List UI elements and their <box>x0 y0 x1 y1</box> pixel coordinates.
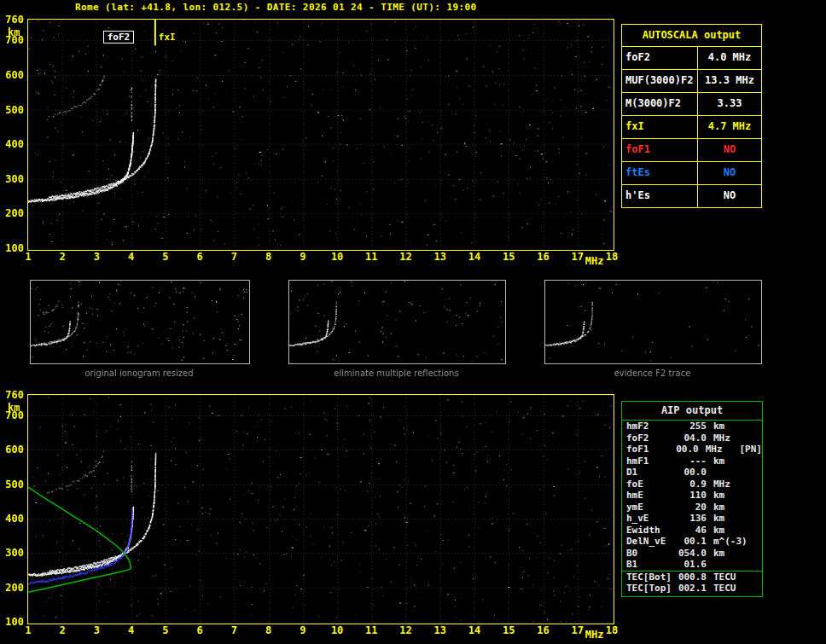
aip-param-cell: D1 <box>622 467 678 479</box>
autoscala-table-row: MUF(3000)F213.3 MHz <box>622 70 761 93</box>
aip-param-cell: hmF1 <box>622 455 678 467</box>
aip-value-cell: 136 <box>678 513 707 525</box>
bottom-ionogram-canvas <box>28 395 612 622</box>
top-ionogram-panel <box>27 19 614 251</box>
bottom-ionogram-x-tick-label: 5 <box>156 625 175 636</box>
aip-param-cell: B1 <box>622 559 678 571</box>
aip-table-row: TEC[Top]002.1TECU <box>622 583 762 595</box>
thumbnail-canvas-2 <box>289 281 503 362</box>
bottom-ionogram-x-tick-label: 8 <box>259 625 278 636</box>
aip-extra-cell <box>749 467 762 479</box>
aip-unit-cell <box>707 559 749 571</box>
bottom-ionogram-x-tick-label: 6 <box>190 625 209 636</box>
bottom-ionogram-y-tick-label: 200 <box>2 583 24 594</box>
aip-extra-cell <box>749 513 762 525</box>
aip-table-row: B101.6 <box>622 559 762 571</box>
aip-table-header: AIP output <box>622 402 762 421</box>
bottom-ionogram-x-tick-label: 9 <box>294 625 312 636</box>
top-ionogram-x-tick-label: 6 <box>190 252 209 263</box>
aip-table-row: Ewidth46km <box>622 525 762 537</box>
top-ionogram-x-tick-label: 14 <box>465 252 484 263</box>
aip-unit-cell: km <box>707 502 749 513</box>
aip-value-cell: 110 <box>678 490 707 502</box>
top-ionogram-canvas <box>28 20 612 248</box>
thumbnail-canvas-1 <box>31 281 247 362</box>
aip-unit-cell: MHz <box>707 432 749 444</box>
aip-param-cell: DelN_vE <box>622 536 678 548</box>
aip-table-row: TEC[Bot]000.8TECU <box>622 571 762 583</box>
aip-unit-cell: km <box>707 525 749 537</box>
aip-value-cell: --- <box>678 455 707 467</box>
aip-table-row: B0054.0km <box>622 548 762 560</box>
top-ionogram-x-tick-label: 12 <box>397 252 416 263</box>
top-ionogram-y-tick-label: 400 <box>2 139 24 150</box>
aip-table-row: ymE20km <box>622 502 762 513</box>
top-ionogram-x-tick-label: 5 <box>156 252 175 263</box>
aip-extra-cell <box>749 536 762 548</box>
thumbnail-panel-1 <box>30 280 250 364</box>
aip-table-row: DelN_vE00.1m^(-3) <box>622 536 762 548</box>
fxI-marker-label: fxI <box>159 32 176 43</box>
top-ionogram-x-tick-label: 7 <box>224 252 243 263</box>
aip-param-cell: h_vE <box>622 513 678 525</box>
thumbnail-panel-3 <box>544 280 762 364</box>
aip-table-row: foE0.9MHz <box>622 479 762 490</box>
aip-value-cell: 00.0 <box>672 444 699 455</box>
top-ionogram-y-tick-label: 500 <box>2 105 24 116</box>
aip-unit-cell: m^(-3) <box>707 536 749 548</box>
bottom-ionogram-panel <box>27 394 614 624</box>
top-ionogram-x-axis-unit: MHz <box>585 256 604 267</box>
top-ionogram-x-tick-label: 9 <box>294 252 312 263</box>
top-ionogram-x-tick-label: 16 <box>534 252 553 263</box>
aip-value-cell: 002.1 <box>678 583 707 595</box>
aip-value-cell: 054.0 <box>678 548 707 560</box>
bottom-ionogram-x-axis-unit: MHz <box>585 629 604 641</box>
autoscala-value-cell: NO <box>698 185 761 207</box>
foF2-marker-label: foF2 <box>103 31 135 44</box>
aip-unit-cell <box>707 467 749 479</box>
autoscala-param-cell: ftEs <box>622 162 698 184</box>
aip-table-rows: hmF2255kmfoF204.0MHzfoF100.0MHz[PN]hmF1-… <box>622 421 762 595</box>
aip-unit-cell: TECU <box>707 583 749 595</box>
autoscala-value-cell: 13.3 MHz <box>698 70 761 92</box>
autoscala-value-cell: NO <box>698 162 761 184</box>
autoscala-param-cell: foF1 <box>622 139 698 161</box>
autoscala-value-cell: 3.33 <box>698 93 761 115</box>
aip-extra-cell <box>749 548 762 560</box>
bottom-ionogram-x-tick-label: 13 <box>431 625 450 636</box>
aip-extra-cell: [PN] <box>738 444 763 455</box>
autoscala-value-cell: 4.0 MHz <box>698 47 761 69</box>
thumbnail-canvas-3 <box>545 281 759 362</box>
bottom-ionogram-x-tick-label: 12 <box>397 625 416 636</box>
bottom-ionogram-x-tick-label: 4 <box>122 625 141 636</box>
bottom-ionogram-y-tick-label: 500 <box>2 479 24 490</box>
bottom-ionogram-x-tick-label: 7 <box>224 625 243 636</box>
aip-value-cell: 00.0 <box>678 467 707 479</box>
top-ionogram-x-tick-label: 3 <box>87 252 106 263</box>
aip-table-row: foF100.0MHz[PN] <box>622 444 762 455</box>
bottom-ionogram-x-tick-label: 16 <box>534 625 553 636</box>
aip-extra-cell <box>749 490 762 502</box>
aip-extra-cell <box>749 571 762 583</box>
aip-unit-cell: TECU <box>707 571 749 583</box>
autoscala-table-row: fxI4.7 MHz <box>622 116 761 139</box>
aip-extra-cell <box>749 421 762 432</box>
autoscala-value-cell: 4.7 MHz <box>698 116 761 138</box>
top-ionogram-y-tick-label: 760 <box>2 15 24 26</box>
top-ionogram-x-tick-label: 4 <box>122 252 141 263</box>
top-ionogram-x-tick-label: 2 <box>53 252 72 263</box>
thumbnail-caption-3: evidence F2 trace <box>544 368 760 378</box>
aip-table-row: hmE110km <box>622 490 762 502</box>
autoscala-param-cell: fxI <box>622 116 698 138</box>
bottom-ionogram-y-axis-unit: km <box>8 403 20 414</box>
thumbnail-caption-1: original ionogram resized <box>30 368 248 378</box>
top-ionogram-x-tick-label: 11 <box>362 252 381 263</box>
autoscala-param-cell: foF2 <box>622 47 698 69</box>
aip-extra-cell <box>749 559 762 571</box>
aip-unit-cell: km <box>707 548 749 560</box>
aip-param-cell: hmF2 <box>622 421 678 432</box>
autoscala-table-rows: foF24.0 MHzMUF(3000)F213.3 MHzM(3000)F23… <box>622 47 761 207</box>
aip-unit-cell: km <box>707 455 749 467</box>
bottom-ionogram-x-tick-label: 18 <box>602 625 621 636</box>
aip-value-cell: 46 <box>678 525 707 537</box>
